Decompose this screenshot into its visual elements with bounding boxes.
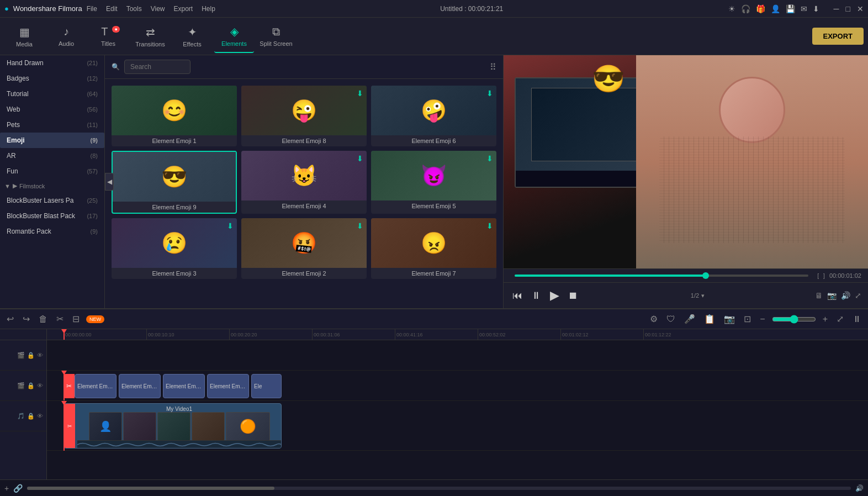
download-icon-emoji-6[interactable]: ⬇ xyxy=(486,89,493,98)
menu-export[interactable]: Export xyxy=(173,5,193,13)
element-clip-1[interactable]: Element Emoji 9 xyxy=(75,374,117,398)
snapshot-icon[interactable]: 📷 xyxy=(722,312,737,326)
stop-button[interactable]: ⏹ xyxy=(566,288,580,304)
sidebar-item-fun[interactable]: Fun (57) xyxy=(0,163,104,179)
screenshot-icon[interactable]: 📷 xyxy=(827,291,837,300)
element-clip-5[interactable]: Ele xyxy=(251,374,282,398)
zoom-out-button[interactable]: − xyxy=(758,312,767,326)
download-icon-emoji-4[interactable]: ⬇ xyxy=(357,154,363,163)
search-input[interactable] xyxy=(124,60,190,74)
brightness-icon[interactable]: ☀ xyxy=(728,4,735,13)
download-icon-emoji-7[interactable]: ⬇ xyxy=(486,221,493,230)
add-track-button[interactable]: + xyxy=(4,484,9,493)
sidebar-item-badges[interactable]: Badges (12) xyxy=(0,71,104,86)
sidebar-item-tutorial[interactable]: Tutorial (64) xyxy=(0,86,104,102)
fullscreen-icon[interactable]: ⤢ xyxy=(855,291,861,300)
cut-button[interactable]: ✂ xyxy=(54,312,66,326)
gift-icon[interactable]: 🎁 xyxy=(756,4,765,13)
play-button[interactable]: ▶ xyxy=(548,286,562,305)
volume-icon-bottom[interactable]: 🔊 xyxy=(855,484,864,492)
zoom-in-button[interactable]: + xyxy=(821,312,830,326)
playhead[interactable] xyxy=(63,329,65,340)
fit-to-screen-button[interactable]: ⤢ xyxy=(834,312,846,326)
sidebar-item-emoji[interactable]: Emoji (9) xyxy=(0,133,104,148)
element-item-emoji-6[interactable]: 🤪 ⬇ Element Emoji 6 xyxy=(371,86,496,146)
clip-settings-icon[interactable]: 🛡 xyxy=(664,312,678,326)
download-icon-emoji-5[interactable]: ⬇ xyxy=(486,154,493,163)
play-count-dropdown[interactable]: ▾ xyxy=(701,292,705,299)
element-item-emoji-9[interactable]: 😎 Element Emoji 9 xyxy=(112,151,237,214)
out-point-icon[interactable]: ] xyxy=(823,273,825,279)
download-icon-emoji-2[interactable]: ⬇ xyxy=(357,221,363,230)
toolbar-split-screen[interactable]: ⧉ Split Screen xyxy=(256,20,296,53)
screen-size-icon[interactable]: 🖥 xyxy=(815,291,823,300)
filmstock-group[interactable]: ▼ ▶ Filmstock xyxy=(0,179,104,193)
export-button[interactable]: EXPORT xyxy=(812,28,864,45)
menu-view[interactable]: View xyxy=(151,5,165,13)
sidebar-item-blockbuster-blast[interactable]: BlockBuster Blast Pack (17) xyxy=(0,208,104,224)
track-eye2-icon[interactable]: 👁 xyxy=(37,382,43,389)
scrollbar-handle[interactable] xyxy=(27,487,274,490)
download-icon-emoji-8[interactable]: ⬇ xyxy=(357,89,363,98)
scene-icon[interactable]: 📋 xyxy=(702,312,717,326)
element-item-emoji-5[interactable]: 😈 ⬇ Element Emoji 5 xyxy=(371,151,496,214)
pause-render-button[interactable]: ⏸ xyxy=(850,312,864,326)
toolbar-effects[interactable]: ✦ Effects xyxy=(172,20,212,53)
panel-collapse-button[interactable]: ◀ xyxy=(105,173,114,191)
element-item-emoji-1[interactable]: 😊 Element Emoji 1 xyxy=(112,86,237,146)
toolbar-titles[interactable]: T● Titles xyxy=(88,20,128,53)
sidebar-item-ar[interactable]: AR (8) xyxy=(0,148,104,163)
maximize-button[interactable]: □ xyxy=(846,4,850,13)
progress-handle[interactable] xyxy=(702,272,709,279)
adjust-button[interactable]: ⊟ xyxy=(70,312,82,326)
track-lock-icon[interactable]: 🔒 xyxy=(27,352,35,359)
sidebar-item-web[interactable]: Web (56) xyxy=(0,102,104,117)
element-clip-3[interactable]: Element Emoji 9 xyxy=(163,374,205,398)
timeline-scrollbar[interactable] xyxy=(27,487,851,490)
element-item-emoji-7[interactable]: 😠 ⬇ Element Emoji 7 xyxy=(371,218,496,279)
redo-button[interactable]: ↪ xyxy=(20,312,32,326)
sidebar-item-hand-drawn[interactable]: Hand Drawn (21) xyxy=(0,55,104,71)
video-clip-1[interactable]: ✂ My Video1 👤 🟠 xyxy=(63,403,282,448)
zoom-slider[interactable] xyxy=(772,315,816,324)
progress-bar[interactable] xyxy=(515,275,808,277)
toolbar-elements[interactable]: ◈ Elements xyxy=(214,20,254,53)
sidebar-item-romantic-pack[interactable]: Romantic Pack (9) xyxy=(0,224,104,239)
in-point-icon[interactable]: [ xyxy=(817,273,819,279)
track-lock2-icon[interactable]: 🔒 xyxy=(27,382,35,389)
element-item-emoji-8[interactable]: 😜 ⬇ Element Emoji 8 xyxy=(241,86,367,146)
undo-button[interactable]: ↩ xyxy=(4,312,16,326)
step-back-button[interactable]: ⏸ xyxy=(529,288,543,304)
track-eye3-icon[interactable]: 👁 xyxy=(37,413,43,419)
element-item-emoji-4[interactable]: 😺 ⬇ Element Emoji 4 xyxy=(241,151,367,214)
menu-help[interactable]: Help xyxy=(202,5,215,13)
element-item-emoji-2[interactable]: 🤬 ⬇ Element Emoji 2 xyxy=(241,218,367,279)
menu-edit[interactable]: Edit xyxy=(106,5,118,13)
sidebar-item-pets[interactable]: Pets (11) xyxy=(0,117,104,133)
crop-icon[interactable]: ⊡ xyxy=(742,312,753,326)
close-button[interactable]: ✕ xyxy=(857,4,864,13)
track-settings-icon[interactable]: ⚙ xyxy=(648,312,660,326)
rewind-button[interactable]: ⏮ xyxy=(510,288,525,304)
link-tracks-button[interactable]: 🔗 xyxy=(13,484,23,493)
element-item-emoji-3[interactable]: 😢 ⬇ Element Emoji 3 xyxy=(112,218,237,279)
minimize-button[interactable]: ─ xyxy=(834,4,839,13)
mail-icon[interactable]: ✉ xyxy=(801,4,807,13)
delete-button[interactable]: 🗑 xyxy=(36,312,50,326)
mic-icon[interactable]: 🎤 xyxy=(682,312,697,326)
volume-icon[interactable]: 🔊 xyxy=(841,291,850,300)
toolbar-media[interactable]: ▦ Media xyxy=(4,20,44,53)
save-icon[interactable]: 💾 xyxy=(786,4,795,13)
grid-options-icon[interactable]: ⠿ xyxy=(490,62,496,72)
menu-tools[interactable]: Tools xyxy=(126,5,142,13)
track-eye-icon[interactable]: 👁 xyxy=(37,352,43,358)
element-clip-2[interactable]: Element Emoji 9 xyxy=(119,374,161,398)
toolbar-audio[interactable]: ♪ Audio xyxy=(46,20,86,53)
user-icon[interactable]: 👤 xyxy=(771,4,780,13)
menu-file[interactable]: File xyxy=(87,5,97,13)
download-icon[interactable]: ⬇ xyxy=(813,4,819,13)
track-lock3-icon[interactable]: 🔒 xyxy=(27,413,35,420)
download-icon-emoji-3[interactable]: ⬇ xyxy=(227,221,234,230)
toolbar-transitions[interactable]: ⇄ Transitions xyxy=(130,20,170,53)
element-clip-4[interactable]: Element Emoji 1 xyxy=(207,374,249,398)
